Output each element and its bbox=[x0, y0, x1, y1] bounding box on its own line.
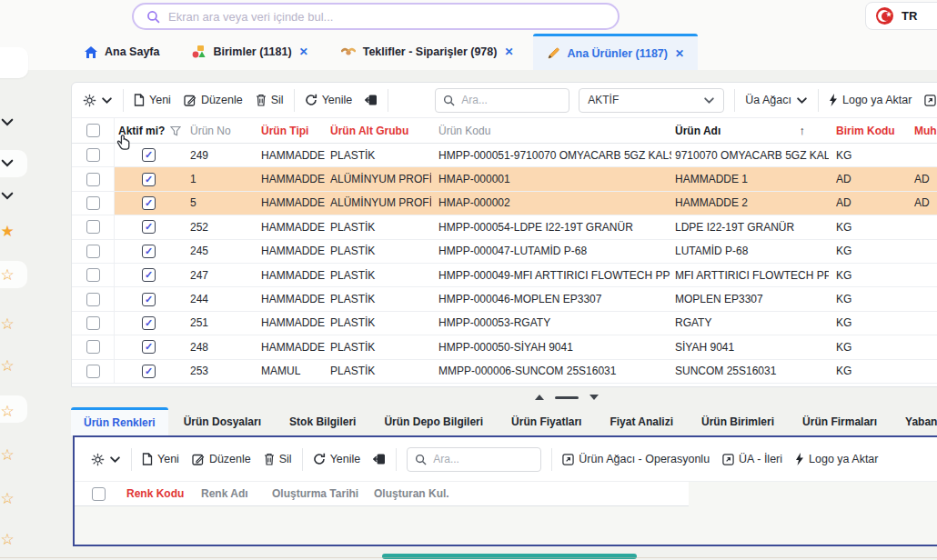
splitter-down-icon[interactable] bbox=[589, 395, 599, 400]
panel-splitter[interactable] bbox=[535, 395, 599, 400]
column-header-urun-kodu[interactable]: Ürün Kodu bbox=[431, 118, 671, 143]
tab-urun-birimleri[interactable]: Ürün Birimleri bbox=[689, 407, 787, 435]
stok-olustur-button[interactable]: Stok Oluştur bbox=[924, 94, 937, 106]
row-select-checkbox[interactable] bbox=[86, 268, 100, 282]
table-row[interactable]: 252HAMMADDEPLASTİKHMPP-000054-LDPE I22-1… bbox=[72, 215, 937, 239]
favorite-star-icon[interactable]: ☆ bbox=[0, 491, 15, 505]
aktif-checkbox[interactable] bbox=[142, 245, 156, 258]
tab-urun-fiyatlari[interactable]: Ürün Fiyatları bbox=[499, 407, 594, 435]
close-icon[interactable]: ✕ bbox=[299, 45, 308, 58]
column-header-renk-adi[interactable]: Renk Adı bbox=[197, 482, 268, 505]
grid-search-input[interactable]: Ara... bbox=[435, 88, 569, 113]
ua-agaci-dropdown[interactable]: Üa Ağacı bbox=[745, 94, 808, 106]
close-icon[interactable]: ✕ bbox=[675, 47, 684, 60]
table-row[interactable]: 253MAMULPLASTİKMMPP-000006-SUNCOM 25S160… bbox=[72, 360, 937, 384]
tab-teklifler-siparisler[interactable]: Teklifler - Siparişler (978) ✕ bbox=[327, 34, 528, 70]
logo-aktar-button[interactable]: Logo ya Aktar bbox=[829, 94, 912, 106]
import-button[interactable] bbox=[365, 94, 378, 106]
favorite-star-icon[interactable]: ☆ bbox=[0, 404, 15, 418]
logo-aktar-button[interactable]: Logo ya Aktar bbox=[795, 453, 878, 465]
aktif-checkbox[interactable] bbox=[142, 268, 156, 282]
edit-button[interactable]: Düzenle bbox=[192, 453, 251, 465]
language-button[interactable]: ★ TR bbox=[865, 2, 937, 30]
table-row[interactable]: 245HAMMADDEPLASTİKHMPP-000047-LUTAMİD P-… bbox=[72, 240, 937, 264]
tab-yabanci-isimler[interactable]: Yabancı İsimler bbox=[892, 407, 937, 435]
row-select-checkbox[interactable] bbox=[86, 340, 100, 354]
row-select-checkbox[interactable] bbox=[86, 148, 100, 162]
close-icon[interactable]: ✕ bbox=[504, 45, 513, 58]
delete-button[interactable]: Sil bbox=[256, 94, 284, 106]
row-select-checkbox[interactable] bbox=[86, 365, 100, 378]
table-row[interactable]: 249HAMMADDEPLASTİKHMPP-000051-9710070 OM… bbox=[72, 144, 937, 167]
tab-fiyat-analizi[interactable]: Fiyat Analizi bbox=[597, 407, 686, 435]
splitter-up-icon[interactable] bbox=[535, 395, 544, 400]
tab-ana-sayfa[interactable]: Ana Sayfa bbox=[71, 34, 173, 70]
row-select-checkbox[interactable] bbox=[86, 245, 100, 258]
tab-urun-depo-bilgileri[interactable]: Ürün Depo Bilgileri bbox=[371, 407, 496, 435]
row-select-checkbox[interactable] bbox=[86, 220, 100, 234]
global-search-input[interactable]: Ekran ara veya veri içinde bul... bbox=[132, 3, 620, 30]
column-header-olusturan-kul[interactable]: Oluşturan Kul. bbox=[370, 482, 470, 505]
tab-urun-firmalari[interactable]: Ürün Firmaları bbox=[790, 407, 890, 435]
column-header-muh[interactable]: Muh. bbox=[911, 118, 937, 143]
table-row[interactable]: 5HAMMADDEALÜMİNYUM PROFİLHMAP-000002HAMM… bbox=[72, 192, 937, 215]
detail-search-input[interactable]: Ara... bbox=[407, 447, 541, 472]
favorite-star-icon[interactable]: ★ bbox=[0, 224, 15, 238]
refresh-button[interactable]: Yenile bbox=[313, 453, 361, 465]
favorite-star-icon[interactable]: ☆ bbox=[0, 532, 15, 546]
table-row[interactable]: 1HAMMADDEALÜMİNYUM PROFİLHMAP-000001HAMM… bbox=[72, 167, 937, 191]
aktif-checkbox[interactable] bbox=[142, 148, 156, 162]
column-header-urun-no[interactable]: Ürün No bbox=[183, 118, 257, 143]
urun-agaci-operasyonlu-button[interactable]: Ürün Ağacı - Operasyonlu bbox=[562, 453, 710, 465]
aktif-checkbox[interactable] bbox=[142, 173, 156, 186]
edit-button[interactable]: Düzenle bbox=[184, 94, 243, 106]
row-select-checkbox[interactable] bbox=[86, 316, 100, 330]
filter-icon[interactable] bbox=[170, 125, 181, 136]
column-header-birim-kodu[interactable]: Birim Kodu bbox=[829, 118, 911, 143]
sidebar-chevron-down-icon[interactable] bbox=[0, 115, 15, 129]
ua-ileri-button[interactable]: ÜA - İleri bbox=[722, 453, 782, 465]
column-header-olusturma-tarihi[interactable]: Oluşturma Tarihi bbox=[268, 482, 370, 505]
new-button[interactable]: Yeni bbox=[142, 453, 179, 465]
grid-settings-button[interactable] bbox=[83, 94, 113, 107]
column-header-urun-alt-grubu[interactable]: Ürün Alt Grubu bbox=[327, 118, 431, 143]
row-select-checkbox[interactable] bbox=[86, 196, 100, 210]
aktif-checkbox[interactable] bbox=[142, 220, 156, 234]
tab-urun-renkleri[interactable]: Ürün Renkleri bbox=[71, 407, 168, 435]
row-select-checkbox[interactable] bbox=[86, 173, 100, 186]
favorite-star-icon[interactable]: ☆ bbox=[0, 358, 15, 373]
table-row[interactable]: 247HAMMADDEPLASTİKHMPP-000049-MFI ARTTIR… bbox=[72, 264, 937, 287]
column-header-urun-adi[interactable]: Ürün Adı ↑ bbox=[671, 118, 829, 143]
tab-birimler[interactable]: Birimler (1181) ✕ bbox=[178, 34, 321, 70]
table-row[interactable]: 244HAMMADDEPLASTİKHMPP-000046-MOPLEN EP3… bbox=[72, 287, 937, 311]
delete-button[interactable]: Sil bbox=[264, 453, 292, 465]
select-all-checkbox[interactable] bbox=[86, 124, 100, 137]
row-select-checkbox[interactable] bbox=[86, 293, 100, 306]
column-header-urun-tipi[interactable]: Ürün Tipi bbox=[257, 118, 327, 143]
horizontal-scrollbar-thumb[interactable] bbox=[382, 554, 637, 559]
aktif-checkbox[interactable] bbox=[142, 340, 156, 354]
refresh-button[interactable]: Yenile bbox=[305, 94, 353, 106]
aktif-checkbox[interactable] bbox=[142, 196, 156, 210]
status-filter-select[interactable]: AKTİF bbox=[579, 88, 724, 113]
tab-ana-urunler[interactable]: Ana Ürünler (1187) ✕ bbox=[533, 34, 699, 70]
aktif-checkbox[interactable] bbox=[142, 293, 156, 306]
select-all-checkbox[interactable] bbox=[92, 487, 106, 501]
favorite-star-icon[interactable]: ☆ bbox=[0, 447, 15, 462]
table-row[interactable]: 248HAMMADDEPLASTİKHMPP-000050-SİYAH 9041… bbox=[72, 335, 937, 359]
tab-stok-bilgileri[interactable]: Stok Bilgileri bbox=[277, 407, 368, 435]
column-header-renk-kodu[interactable]: Renk Kodu bbox=[123, 482, 197, 505]
favorite-star-icon[interactable]: ☆ bbox=[0, 316, 15, 331]
grid-settings-button[interactable] bbox=[91, 453, 121, 466]
splitter-handle[interactable] bbox=[555, 396, 579, 399]
favorite-star-icon[interactable]: ☆ bbox=[0, 267, 15, 282]
new-button[interactable]: Yeni bbox=[134, 94, 171, 106]
sidebar-chevron-down-icon[interactable] bbox=[0, 155, 15, 170]
aktif-checkbox[interactable] bbox=[142, 316, 156, 330]
sidebar-button[interactable] bbox=[0, 47, 28, 78]
aktif-checkbox[interactable] bbox=[142, 365, 156, 378]
table-row[interactable]: 251HAMMADDEPLASTİKHMPP-000053-RGATYRGATY… bbox=[72, 312, 937, 335]
import-button[interactable] bbox=[373, 453, 386, 465]
sort-asc-icon[interactable]: ↑ bbox=[800, 124, 826, 137]
tab-urun-dosyalari[interactable]: Ürün Dosyaları bbox=[171, 407, 274, 435]
